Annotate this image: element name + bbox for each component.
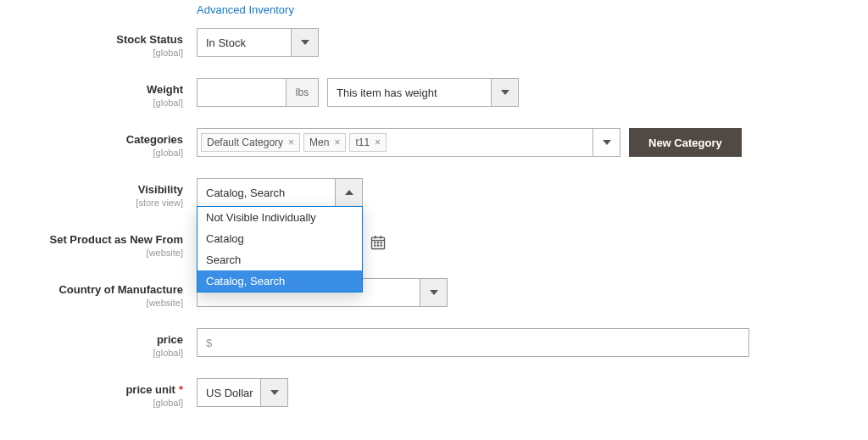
required-icon: * <box>179 383 183 396</box>
chevron-up-icon <box>335 179 362 206</box>
svg-rect-7 <box>374 245 376 247</box>
categories-scope: [global] <box>0 148 183 158</box>
remove-tag-icon[interactable]: × <box>375 136 381 148</box>
category-tag: Default Category × <box>201 133 300 152</box>
advanced-inventory-link[interactable]: Advanced Inventory <box>197 3 294 16</box>
price-scope: [global] <box>0 348 183 358</box>
svg-rect-8 <box>377 245 380 247</box>
remove-tag-icon[interactable]: × <box>288 136 294 148</box>
price-unit-scope: [global] <box>0 398 183 408</box>
category-tag: t11 × <box>349 133 387 152</box>
svg-rect-4 <box>374 242 376 243</box>
chevron-down-icon <box>291 29 318 56</box>
category-tag-label: Men <box>309 136 329 148</box>
country-label: Country of Manufacture <box>58 283 183 296</box>
weight-label: Weight <box>147 83 183 96</box>
calendar-icon[interactable] <box>366 231 390 253</box>
categories-label: Categories <box>126 133 183 146</box>
chevron-down-icon <box>260 379 287 406</box>
svg-rect-3 <box>381 236 382 238</box>
svg-rect-5 <box>377 242 380 243</box>
categories-multiselect[interactable]: Default Category × Men × t11 × <box>197 128 620 157</box>
price-unit-value: US Dollar <box>206 387 253 399</box>
visibility-value: Catalog, Search <box>206 187 285 199</box>
visibility-option[interactable]: Not Visible Individually <box>198 207 362 228</box>
price-prefix: $ <box>206 337 212 349</box>
category-tag-label: t11 <box>355 136 370 148</box>
price-label: price <box>157 333 183 346</box>
visibility-option[interactable]: Catalog, Search <box>198 270 362 292</box>
product-form: Advanced Inventory Stock Status [global]… <box>0 0 868 408</box>
weight-input[interactable]: lbs <box>197 78 319 107</box>
category-tag-label: Default Category <box>207 136 283 148</box>
weight-unit-label: lbs <box>286 79 318 106</box>
remove-tag-icon[interactable]: × <box>334 136 340 148</box>
stock-status-value: In Stock <box>206 36 246 49</box>
visibility-scope: [store view] <box>0 198 183 208</box>
price-unit-label: price unit* <box>125 383 183 396</box>
country-scope: [website] <box>0 298 183 308</box>
svg-rect-6 <box>381 242 383 243</box>
new-from-scope: [website] <box>0 248 183 258</box>
svg-rect-2 <box>375 236 376 238</box>
new-from-label: Set Product as New From <box>50 233 183 246</box>
visibility-option[interactable]: Catalog <box>198 228 362 249</box>
visibility-option[interactable]: Search <box>198 249 362 270</box>
price-unit-select[interactable]: US Dollar <box>197 378 288 407</box>
weight-has-weight-select[interactable]: This item has weight <box>327 78 519 107</box>
chevron-down-icon <box>420 279 447 306</box>
price-input[interactable]: $ <box>197 328 749 357</box>
category-tag: Men × <box>303 133 346 152</box>
new-category-button[interactable]: New Category <box>629 128 742 157</box>
visibility-dropdown-menu: Not Visible Individually Catalog Search … <box>197 206 363 292</box>
svg-rect-9 <box>381 245 383 247</box>
stock-status-label: Stock Status <box>116 33 183 46</box>
visibility-select[interactable]: Catalog, Search <box>197 178 363 207</box>
chevron-down-icon <box>491 79 518 106</box>
weight-scope: [global] <box>0 97 183 108</box>
weight-has-weight-value: This item has weight <box>337 86 437 99</box>
visibility-label: Visibility <box>138 183 183 196</box>
stock-status-scope: [global] <box>0 47 183 58</box>
stock-status-select[interactable]: In Stock <box>197 28 319 57</box>
chevron-down-icon[interactable] <box>593 129 620 156</box>
